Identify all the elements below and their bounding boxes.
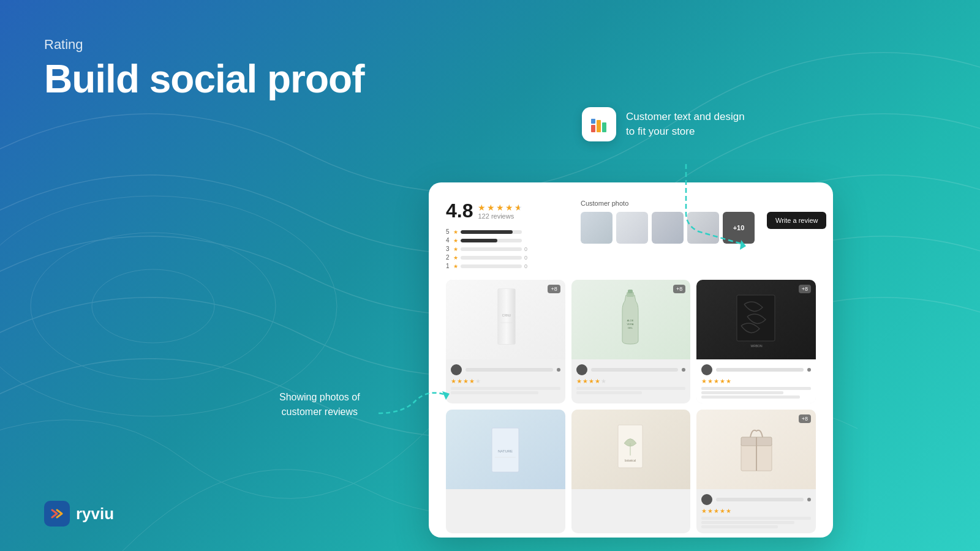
- svg-point-2: [92, 269, 214, 343]
- annotation-text: Customer text and design to fit your sto…: [626, 110, 745, 139]
- photo-thumbnails: +10: [581, 212, 755, 244]
- logo-area: ryviu: [44, 501, 114, 527]
- logo-text: ryviu: [76, 504, 114, 523]
- svg-rect-14: [628, 290, 633, 293]
- svg-text:botanical: botanical: [625, 459, 636, 462]
- photo-grid: CRNU +8 ★★★★★: [446, 280, 816, 533]
- svg-rect-18: [737, 295, 775, 341]
- rating-stars: ★★★★★★: [478, 203, 522, 212]
- customer-photo-label: Customer photo: [581, 200, 755, 207]
- thumb-1[interactable]: [581, 212, 612, 244]
- photo-card-1[interactable]: CRNU +8 ★★★★★: [446, 280, 565, 403]
- svg-text:NATURE: NATURE: [498, 449, 513, 453]
- thumb-4[interactable]: [687, 212, 719, 244]
- photo-badge-6: +8: [799, 414, 811, 423]
- svg-rect-4: [597, 120, 601, 132]
- rating-section: 4.8 ★★★★★★ 122 reviews 5 ★ 4 ★: [446, 200, 568, 271]
- app-icon-box: [582, 107, 616, 141]
- write-review-button[interactable]: Write a review: [767, 212, 826, 229]
- thumb-more[interactable]: +10: [723, 212, 755, 244]
- thumb-2[interactable]: [616, 212, 648, 244]
- svg-text:VERA: VERA: [627, 323, 634, 326]
- customer-photos-section: Customer photo +10: [581, 200, 755, 244]
- review-count: 122 reviews: [478, 212, 522, 220]
- svg-rect-5: [602, 122, 606, 132]
- photo-card-2[interactable]: ALOE VERA GEL +8 ★★★★★: [571, 280, 691, 403]
- photo-badge-1: +8: [548, 285, 560, 293]
- hero-content: Rating Build social proof: [44, 37, 364, 100]
- logo-icon: [44, 501, 70, 527]
- svg-rect-3: [591, 125, 595, 132]
- photo-badge-3: +8: [799, 285, 811, 293]
- main-heading: Build social proof: [44, 58, 364, 100]
- svg-text:CRNU: CRNU: [502, 313, 511, 317]
- thumb-3[interactable]: [652, 212, 684, 244]
- svg-text:WRBON: WRBON: [750, 344, 763, 348]
- photo-card-6[interactable]: +8 ★★★★★: [696, 410, 816, 533]
- svg-text:ALOE: ALOE: [627, 319, 634, 322]
- annotation-top: Customer text and design to fit your sto…: [582, 107, 745, 141]
- rating-bars: 5 ★ 4 ★ 3 ★ 0 2 ★: [446, 228, 568, 269]
- photo-badge-2: +8: [673, 285, 685, 293]
- svg-text:GEL: GEL: [628, 326, 633, 329]
- photo-card-3[interactable]: WRBON +8 ★★★★★: [696, 280, 816, 403]
- subtitle-label: Rating: [44, 37, 364, 53]
- screenshot-card: 4.8 ★★★★★★ 122 reviews 5 ★ 4 ★: [429, 182, 833, 538]
- svg-point-1: [31, 233, 276, 380]
- annotation-photos: Showing photos of customer reviews: [279, 390, 360, 419]
- svg-point-0: [0, 196, 337, 416]
- svg-rect-6: [591, 119, 595, 124]
- photo-card-5[interactable]: botanical: [571, 410, 691, 533]
- rating-score: 4.8: [446, 200, 473, 222]
- photo-card-4[interactable]: NATURE: [446, 410, 565, 533]
